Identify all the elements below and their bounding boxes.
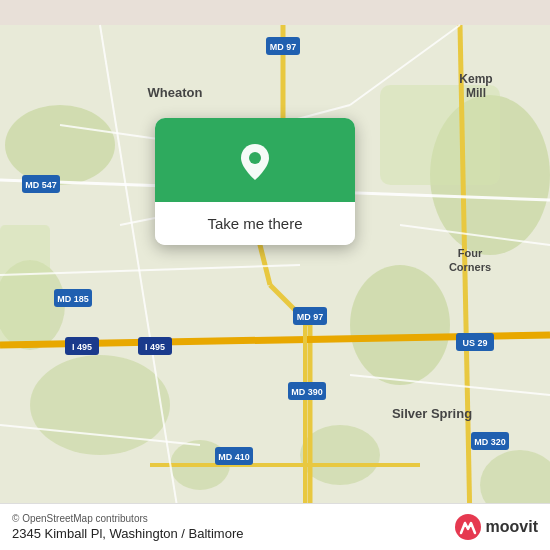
svg-text:MD 547: MD 547 xyxy=(25,180,57,190)
svg-rect-10 xyxy=(0,225,50,345)
map-container: MD 97 MD 547 MD 185 I 495 I 495 MD 97 MD… xyxy=(0,0,550,550)
svg-rect-9 xyxy=(380,85,500,185)
svg-text:I 495: I 495 xyxy=(72,342,92,352)
svg-text:Kemp: Kemp xyxy=(459,72,492,86)
svg-text:I 495: I 495 xyxy=(145,342,165,352)
svg-text:MD 97: MD 97 xyxy=(270,42,297,52)
popup-header xyxy=(155,118,355,202)
svg-point-3 xyxy=(350,265,450,385)
location-pin-icon xyxy=(233,140,277,184)
svg-text:Corners: Corners xyxy=(449,261,491,273)
svg-text:MD 410: MD 410 xyxy=(218,452,250,462)
osm-attribution: © OpenStreetMap contributors xyxy=(12,513,243,524)
svg-text:US 29: US 29 xyxy=(462,338,487,348)
moovit-text: moovit xyxy=(486,518,538,536)
svg-text:MD 185: MD 185 xyxy=(57,294,89,304)
bottom-left: © OpenStreetMap contributors 2345 Kimbal… xyxy=(12,513,243,541)
moovit-brand-icon xyxy=(454,513,482,541)
svg-text:MD 97: MD 97 xyxy=(297,312,324,322)
map-background: MD 97 MD 547 MD 185 I 495 I 495 MD 97 MD… xyxy=(0,0,550,550)
popup-card: Take me there xyxy=(155,118,355,245)
svg-point-56 xyxy=(249,152,261,164)
svg-point-1 xyxy=(5,105,115,185)
svg-text:Four: Four xyxy=(458,247,483,259)
address-text: 2345 Kimball Pl, Washington / Baltimore xyxy=(12,526,243,541)
svg-text:MD 390: MD 390 xyxy=(291,387,323,397)
moovit-logo: moovit xyxy=(454,513,538,541)
svg-text:Mill: Mill xyxy=(466,86,486,100)
bottom-bar: © OpenStreetMap contributors 2345 Kimbal… xyxy=(0,503,550,550)
svg-text:Wheaton: Wheaton xyxy=(148,85,203,100)
svg-text:Silver Spring: Silver Spring xyxy=(392,406,472,421)
svg-text:MD 320: MD 320 xyxy=(474,437,506,447)
take-me-there-button[interactable]: Take me there xyxy=(155,202,355,245)
